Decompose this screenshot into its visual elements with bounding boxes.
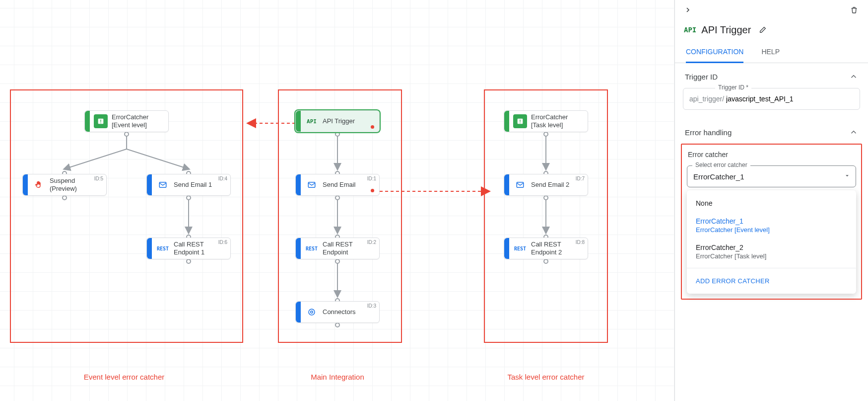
rest-icon: REST bbox=[305, 241, 319, 255]
node-id: ID:7 bbox=[576, 176, 585, 181]
select-value: ErrorCatcher_1 bbox=[693, 172, 744, 181]
trigger-id-input[interactable] bbox=[725, 94, 854, 103]
caption-task: Task level error catcher bbox=[481, 373, 610, 381]
svg-rect-1 bbox=[100, 120, 101, 122]
node-connectors[interactable]: Connectors ID:3 bbox=[295, 301, 380, 323]
node-send-email-2[interactable]: Send Email 2 ID:7 bbox=[504, 174, 588, 196]
error-catcher-select[interactable]: Select error catcher ErrorCatcher_1 bbox=[687, 165, 856, 187]
error-icon bbox=[513, 114, 527, 128]
rest-icon: REST bbox=[513, 241, 527, 255]
dropdown-option-none[interactable]: None bbox=[687, 194, 856, 212]
api-icon: API bbox=[305, 114, 319, 128]
port[interactable] bbox=[186, 195, 191, 200]
node-suspend[interactable]: Suspend(Preview) ID:5 bbox=[22, 174, 107, 196]
hand-icon bbox=[32, 178, 46, 192]
node-id: ID:8 bbox=[576, 240, 585, 245]
node-id: ID:4 bbox=[218, 176, 227, 181]
mail-icon bbox=[305, 178, 319, 192]
collapse-panel-button[interactable] bbox=[681, 3, 695, 17]
port[interactable] bbox=[543, 259, 548, 264]
port[interactable] bbox=[543, 132, 548, 137]
rest-icon: REST bbox=[156, 241, 170, 255]
node-send-email-1[interactable]: Send Email 1 ID:4 bbox=[146, 174, 231, 196]
caret-down-icon bbox=[844, 172, 851, 181]
field-label: Trigger ID * bbox=[715, 84, 751, 91]
connector-icon bbox=[305, 305, 319, 319]
divider bbox=[687, 268, 856, 268]
port[interactable] bbox=[62, 195, 67, 200]
panel-title: API Trigger bbox=[701, 24, 751, 36]
tab-configuration[interactable]: CONFIGURATION bbox=[686, 43, 743, 63]
dropdown-option-2[interactable]: ErrorCatcher_2 ErrorCatcher [Task level] bbox=[687, 239, 856, 265]
svg-point-5 bbox=[309, 309, 315, 315]
tab-help[interactable]: HELP bbox=[761, 43, 780, 63]
node-rest[interactable]: REST Call RESTEndpoint ID:2 bbox=[295, 238, 380, 259]
mail-icon bbox=[513, 178, 527, 192]
integration-canvas[interactable]: Event level error catcher Main Integrati… bbox=[0, 0, 674, 401]
delete-button[interactable] bbox=[847, 3, 861, 17]
svg-point-6 bbox=[311, 311, 313, 314]
caption-event: Event level error catcher bbox=[60, 373, 189, 381]
svg-rect-2 bbox=[100, 123, 101, 123]
port[interactable] bbox=[335, 322, 340, 327]
node-rest-1[interactable]: REST Call RESTEndpoint 1 ID:6 bbox=[146, 238, 231, 259]
caption-main: Main Integration bbox=[273, 373, 402, 381]
node-rest-2[interactable]: REST Call RESTEndpoint 2 ID:8 bbox=[504, 238, 588, 259]
svg-rect-8 bbox=[520, 120, 520, 122]
section-trigger-id[interactable]: Trigger ID bbox=[675, 63, 868, 88]
port[interactable] bbox=[335, 259, 340, 264]
port[interactable] bbox=[543, 195, 548, 200]
trigger-id-prefix: api_trigger/ bbox=[689, 95, 724, 103]
edit-title-button[interactable] bbox=[756, 23, 770, 37]
chevron-up-icon bbox=[849, 72, 858, 81]
section-error-handling[interactable]: Error handling bbox=[675, 119, 868, 144]
svg-rect-9 bbox=[520, 123, 520, 123]
node-id: ID:1 bbox=[367, 176, 376, 181]
dropdown-option-1[interactable]: ErrorCatcher_1 ErrorCatcher [Event level… bbox=[687, 212, 856, 239]
port[interactable] bbox=[335, 132, 340, 137]
config-panel: API API Trigger CONFIGURATION HELP Trigg… bbox=[674, 0, 868, 401]
mail-icon bbox=[156, 178, 170, 192]
node-id: ID:2 bbox=[367, 240, 376, 245]
node-send-email[interactable]: Send Email ID:1 bbox=[295, 174, 380, 196]
api-icon: API bbox=[684, 26, 696, 34]
error-catcher-box: Error catcher Select error catcher Error… bbox=[681, 144, 862, 300]
chevron-up-icon bbox=[849, 128, 858, 137]
node-api-trigger[interactable]: API API Trigger bbox=[295, 110, 380, 132]
error-icon bbox=[94, 114, 108, 128]
trigger-id-field[interactable]: Trigger ID * api_trigger/ bbox=[683, 88, 860, 110]
error-indicator-dot bbox=[371, 189, 374, 192]
port[interactable] bbox=[124, 132, 129, 137]
port[interactable] bbox=[186, 259, 191, 264]
node-error-catcher-event[interactable]: ErrorCatcher[Event level] bbox=[84, 110, 169, 132]
node-id: ID:3 bbox=[367, 303, 376, 309]
select-label: Select error catcher bbox=[692, 161, 750, 168]
node-id: ID:5 bbox=[94, 176, 103, 181]
port[interactable] bbox=[335, 195, 340, 200]
error-indicator-dot bbox=[371, 125, 374, 129]
add-error-catcher-button[interactable]: ADD ERROR CATCHER bbox=[687, 271, 856, 291]
node-id: ID:6 bbox=[218, 240, 227, 245]
error-catcher-label: Error catcher bbox=[687, 151, 856, 159]
error-catcher-dropdown: None ErrorCatcher_1 ErrorCatcher [Event … bbox=[687, 190, 856, 294]
node-error-catcher-task[interactable]: ErrorCatcher[Task level] bbox=[504, 110, 588, 132]
